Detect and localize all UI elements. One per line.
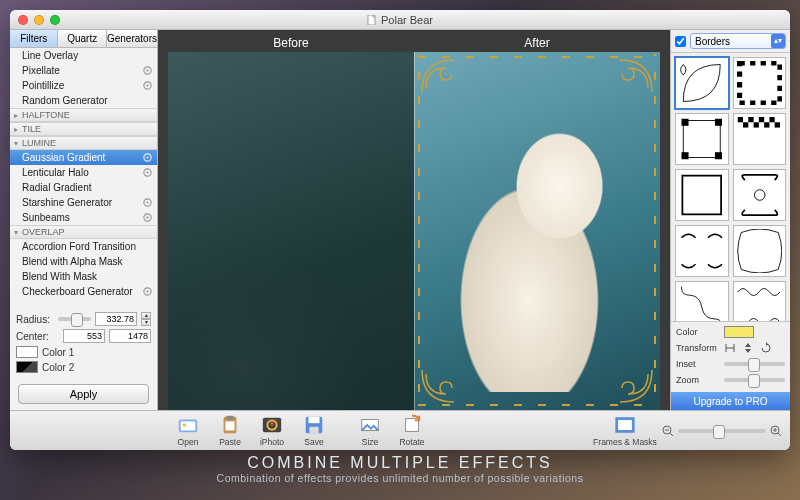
preview-image[interactable] (168, 52, 660, 410)
list-item[interactable]: Blend With Mask (10, 269, 157, 284)
before-half (168, 52, 414, 410)
list-item[interactable]: Checkerboard Generator (10, 284, 157, 299)
size-icon (359, 414, 381, 436)
before-label: Before (168, 36, 414, 52)
gear-icon (142, 80, 153, 91)
app-window: Polar Bear Filters Quartz Generators Lin… (10, 10, 790, 450)
border-thumb[interactable] (675, 57, 729, 109)
after-label: After (414, 36, 660, 52)
list-item[interactable]: Accordion Ford Transition (10, 239, 157, 254)
svg-rect-18 (715, 119, 722, 126)
radius-label: Radius: (16, 314, 54, 325)
open-button[interactable]: Open (168, 414, 208, 447)
border-color-swatch[interactable] (724, 326, 754, 338)
color2-swatch[interactable] (16, 361, 38, 373)
split-divider[interactable] (414, 52, 415, 410)
list-item[interactable]: Sunbeams (10, 210, 157, 225)
gear-icon (142, 286, 153, 297)
border-zoom-slider[interactable] (724, 378, 785, 382)
svg-rect-15 (739, 63, 779, 103)
border-thumb[interactable] (675, 169, 729, 221)
zoom-button[interactable] (50, 15, 60, 25)
chevron-up-down-icon: ▴▾ (771, 34, 785, 48)
border-thumbnails (671, 53, 790, 321)
svg-rect-28 (764, 122, 769, 127)
svg-point-31 (754, 190, 765, 201)
border-corner-icon (418, 56, 458, 96)
svg-rect-27 (753, 122, 758, 127)
list-item[interactable]: Lenticular Halo (10, 165, 157, 180)
bottom-toolbar: Open Paste iPhoto Save Size Rotate Frame… (10, 410, 790, 450)
zoom-out-icon[interactable] (662, 425, 674, 437)
borders-checkbox[interactable] (675, 36, 686, 47)
close-button[interactable] (18, 15, 28, 25)
flip-h-icon[interactable] (724, 342, 736, 354)
svg-rect-24 (758, 117, 763, 122)
open-icon (177, 414, 199, 436)
radius-stepper[interactable]: ▴▾ (141, 312, 151, 326)
zoom-slider[interactable] (678, 429, 766, 433)
frames-masks-button[interactable]: Frames & Masks (590, 414, 660, 447)
tab-filters[interactable]: Filters (10, 30, 58, 47)
svg-point-8 (146, 171, 148, 173)
save-button[interactable]: Save (294, 414, 334, 447)
list-item[interactable]: Starshine Generator (10, 195, 157, 210)
border-thumb[interactable] (733, 281, 787, 321)
border-thumb[interactable] (675, 281, 729, 321)
border-thumb[interactable] (675, 225, 729, 277)
zoom-control (662, 425, 782, 437)
border-thumb[interactable] (675, 113, 729, 165)
zoom-in-icon[interactable] (770, 425, 782, 437)
svg-rect-41 (309, 417, 320, 423)
list-item[interactable]: Gaussian Gradient (10, 150, 157, 165)
gear-icon (142, 65, 153, 76)
svg-point-4 (146, 84, 148, 86)
document-icon (367, 15, 377, 25)
tab-quartz[interactable]: Quartz (58, 30, 106, 47)
svg-rect-29 (774, 122, 779, 127)
apply-button[interactable]: Apply (18, 384, 149, 404)
transform-label: Transform (676, 343, 720, 353)
gear-icon (142, 197, 153, 208)
size-button[interactable]: Size (350, 414, 390, 447)
center-y-field[interactable] (109, 329, 151, 343)
rotate-icon[interactable] (760, 342, 772, 354)
list-item[interactable]: Radial Gradient (10, 180, 157, 195)
gear-icon (142, 152, 153, 163)
border-thumb[interactable] (733, 225, 787, 277)
svg-rect-22 (737, 117, 742, 122)
inset-slider[interactable] (724, 362, 785, 366)
svg-point-10 (146, 201, 148, 203)
radius-slider[interactable] (58, 317, 91, 321)
frames-icon (614, 414, 636, 436)
paste-button[interactable]: Paste (210, 414, 250, 447)
upgrade-button[interactable]: Upgrade to PRO (671, 392, 790, 410)
list-item[interactable]: Random Generator (10, 93, 157, 108)
radius-field[interactable] (95, 312, 137, 326)
border-thumb[interactable] (733, 169, 787, 221)
svg-point-6 (146, 156, 148, 158)
group-halftone[interactable]: HALFTONE (10, 108, 157, 122)
center-x-field[interactable] (63, 329, 105, 343)
group-tile[interactable]: TILE (10, 122, 157, 136)
flip-v-icon[interactable] (742, 342, 754, 354)
border-thumb[interactable] (733, 113, 787, 165)
paste-icon (219, 414, 241, 436)
list-item[interactable]: Pixellate (10, 63, 157, 78)
list-item[interactable]: Pointillize (10, 78, 157, 93)
rotate-button[interactable]: Rotate (392, 414, 432, 447)
color1-swatch[interactable] (16, 346, 38, 358)
iphoto-button[interactable]: iPhoto (252, 414, 292, 447)
list-item[interactable]: Blend with Alpha Mask (10, 254, 157, 269)
border-thumb[interactable] (733, 57, 787, 109)
left-panel: Filters Quartz Generators Line Overlay P… (10, 30, 158, 410)
borders-select[interactable]: Borders ▴▾ (690, 33, 786, 49)
group-overlap[interactable]: OVERLAP (10, 225, 157, 239)
list-item[interactable]: Line Overlay (10, 48, 157, 63)
tab-generators[interactable]: Generators (107, 30, 157, 47)
minimize-button[interactable] (34, 15, 44, 25)
svg-rect-0 (368, 15, 375, 25)
group-lumine[interactable]: LUMINE (10, 136, 157, 150)
svg-rect-25 (769, 117, 774, 122)
svg-point-2 (146, 69, 148, 71)
